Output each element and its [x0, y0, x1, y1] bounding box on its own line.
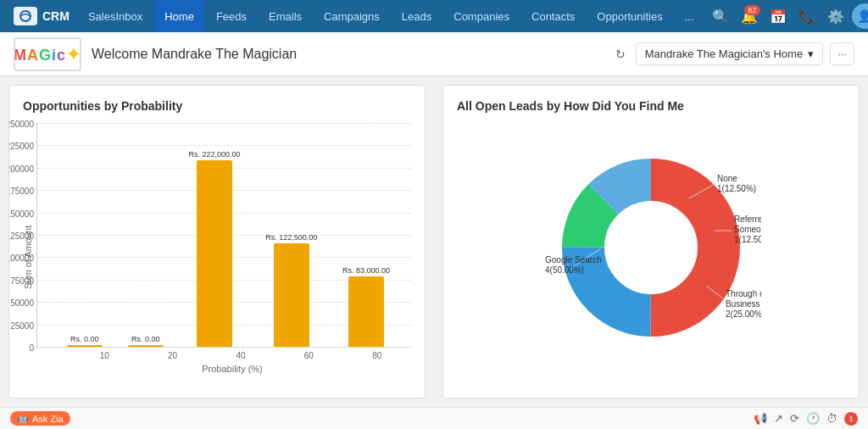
y-label-225000: 225000 [8, 142, 34, 151]
bar-label-60: Rs. 122,500.00 [265, 233, 317, 242]
svg-text:Business Card: Business Card [726, 299, 761, 309]
x-axis-label-container: Probability (%) [36, 360, 411, 374]
x-label-20: 20 [168, 351, 177, 360]
ask-zia-button[interactable]: 🤖 Ask Zia [10, 411, 70, 426]
nav-contacts[interactable]: Contacts [521, 0, 585, 32]
zia-icon: 🤖 [17, 413, 29, 424]
bar-chart-title: Opportunities by Probability [23, 99, 411, 113]
crm-logo-text: CRM [42, 9, 70, 23]
x-label-40: 40 [236, 351, 245, 360]
bar-60 [274, 243, 309, 347]
bar-20 [128, 345, 164, 347]
y-label-100000: 100000 [8, 254, 34, 263]
notification-icon-btn[interactable]: 🔔 62 [737, 3, 762, 29]
y-label-25000: 25000 [10, 320, 34, 330]
nav-salesinbox[interactable]: SalesInbox [78, 0, 153, 32]
gear-icon: ⚙️ [827, 8, 844, 25]
brand-logo: MAGic✦ [14, 37, 81, 71]
header-controls: ↻ Mandrake The Magician's Home ▾ ··· [612, 42, 854, 65]
none-count: 1(12.50%) [717, 184, 756, 193]
nav-icon-group: 🔍 🔔 62 📅 📞 ⚙️ 👤 ⊞ [708, 3, 869, 29]
none-label: None [717, 174, 737, 183]
bar-group-80: Rs. 83,000.00 [342, 266, 390, 347]
x-label-10: 10 [100, 351, 109, 360]
donut-chart-title: All Open Leads by How Did You Find Me [457, 99, 845, 113]
phone-icon: 📞 [798, 8, 815, 25]
y-axis-label: Sum of Amount [23, 123, 36, 374]
bar-label-80: Rs. 83,000.00 [342, 266, 390, 275]
donut-svg-wrapper: Google Search 4(50.00%) None 1(12.50%) R… [541, 137, 761, 360]
y-label-250000: 250000 [8, 120, 34, 129]
bar-chart-inner: 250000 225000 200000 175000 150000 12500… [36, 123, 411, 374]
svg-text:Someone: Someone [734, 225, 761, 234]
main-content: Opportunities by Probability Sum of Amou… [0, 76, 868, 407]
donut-container: Google Search 4(50.00%) None 1(12.50%) R… [457, 123, 845, 374]
avatar-icon: 👤 [857, 9, 868, 23]
google-search-label: Google Search [545, 255, 602, 265]
welcome-message: Welcome Mandrake The Magician [92, 47, 297, 62]
notification-badge: 62 [744, 5, 760, 15]
header-bar: MAGic✦ Welcome Mandrake The Magician ↻ M… [0, 32, 868, 76]
nav-more[interactable]: ... [675, 0, 704, 32]
y-label-125000: 125000 [8, 231, 34, 241]
x-axis: 10 20 40 60 80 [36, 348, 411, 360]
svg-point-5 [605, 202, 697, 293]
settings-icon-btn[interactable]: ⚙️ [823, 3, 849, 29]
bars-area: Rs. 0.00 Rs. 0.00 Rs. 222,000.00 Rs [54, 123, 403, 347]
bar-chart-plot: 250000 225000 200000 175000 150000 12500… [36, 123, 411, 348]
y-label-175000: 175000 [8, 187, 34, 196]
bizcard-count: 2(25.00%) [726, 309, 761, 319]
nav-opportunities[interactable]: Opportunities [587, 0, 672, 32]
bottom-clock-icon[interactable]: 🕐 [806, 412, 820, 425]
top-navigation: CRM SalesInbox Home Feeds Emails Campaig… [0, 0, 868, 32]
x-axis-label: Probability (%) [202, 364, 263, 374]
bar-label-20: Rs. 0.00 [131, 335, 160, 343]
donut-chart-svg: Google Search 4(50.00%) None 1(12.50%) R… [541, 137, 761, 358]
bottom-share-icon[interactable]: ↗ [774, 412, 783, 425]
y-label-50000: 50000 [10, 298, 34, 308]
donut-chart-panel: All Open Leads by How Did You Find Me [442, 85, 860, 398]
bizcard-label: Through my [726, 289, 761, 298]
bar-chart-container: Sum of Amount 250000 225000 200000 17500… [23, 123, 411, 374]
phone-icon-btn[interactable]: 📞 [794, 3, 820, 29]
bottom-timer-icon[interactable]: ⏱ [826, 412, 837, 425]
bar-label-40: Rs. 222,000.00 [188, 150, 240, 159]
search-icon-btn[interactable]: 🔍 [708, 3, 733, 29]
bottom-refresh-icon[interactable]: ⟳ [790, 412, 799, 425]
nav-leads[interactable]: Leads [392, 0, 442, 32]
logo-text: MAGic✦ [14, 44, 81, 64]
bar-group-40: Rs. 222,000.00 [188, 150, 240, 347]
user-avatar[interactable]: 👤 [852, 3, 869, 29]
crm-logo[interactable]: CRM [7, 7, 76, 25]
bottom-notification-badge[interactable]: 1 [844, 412, 858, 426]
bar-group-20: Rs. 0.00 [128, 335, 164, 347]
header-more-button[interactable]: ··· [830, 42, 854, 65]
refresh-button[interactable]: ↻ [612, 44, 629, 64]
zia-label: Ask Zia [32, 414, 64, 424]
referred-label: Referred by [734, 214, 761, 224]
search-icon: 🔍 [712, 8, 729, 25]
bar-80 [348, 276, 384, 347]
home-dropdown-label: Mandrake The Magician's Home [645, 47, 804, 60]
referred-count: 1(12.50%) [734, 235, 761, 244]
x-label-80: 80 [372, 351, 381, 360]
home-dropdown[interactable]: Mandrake The Magician's Home ▾ [636, 42, 824, 65]
bottom-icon-group: 📢 ↗ ⟳ 🕐 ⏱ 1 [754, 412, 858, 426]
nav-campaigns[interactable]: Campaigns [314, 0, 390, 32]
nav-home[interactable]: Home [154, 0, 204, 32]
bar-label-10: Rs. 0.00 [70, 335, 99, 343]
x-label-60: 60 [304, 351, 314, 360]
chevron-down-icon: ▾ [808, 47, 814, 60]
bar-group-10: Rs. 0.00 [67, 335, 103, 347]
y-label-0: 0 [29, 343, 34, 353]
calendar-icon: 📅 [770, 8, 787, 25]
nav-feeds[interactable]: Feeds [206, 0, 257, 32]
google-search-count: 4(50.00%) [545, 265, 584, 275]
bar-group-60: Rs. 122,500.00 [265, 233, 317, 347]
calendar-icon-btn[interactable]: 📅 [765, 3, 791, 29]
crm-logo-icon [14, 7, 37, 25]
nav-companies[interactable]: Companies [443, 0, 520, 32]
bar-40 [197, 160, 232, 347]
bottom-megaphone-icon[interactable]: 📢 [754, 412, 767, 425]
nav-emails[interactable]: Emails [259, 0, 312, 32]
